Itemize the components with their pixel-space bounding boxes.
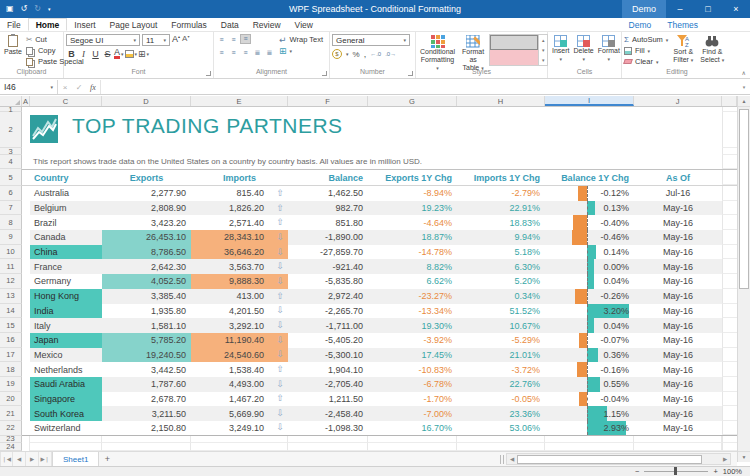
insert-function-icon[interactable]: fx xyxy=(86,80,100,94)
cell-balance-1y-chg[interactable]: -0.16% xyxy=(545,362,634,377)
cell-imports-1y-chg[interactable]: 5.20% xyxy=(457,274,545,289)
cell-empty[interactable] xyxy=(30,443,102,451)
tab-page-layout[interactable]: Page Layout xyxy=(103,18,165,31)
cell-empty[interactable] xyxy=(102,436,191,443)
align-bottom-button[interactable]: ≡ xyxy=(240,34,251,44)
undo-icon[interactable]: ↺ xyxy=(21,0,28,18)
cell-balance[interactable]: -1,711.00 xyxy=(288,318,368,333)
cell-balance-1y-chg[interactable]: 2.93% xyxy=(545,421,634,435)
column-title-balance-1y-chg[interactable]: Balance 1Y Chg xyxy=(545,170,634,185)
grow-font-button[interactable]: A▴ xyxy=(172,34,180,46)
decrease-indent-button[interactable]: ≣ xyxy=(252,47,263,57)
cell-imports[interactable]: 2,571.40⇧ xyxy=(191,215,288,230)
align-center-button[interactable]: ≡ xyxy=(228,47,239,57)
cell-country[interactable]: India xyxy=(30,304,102,319)
cell-k[interactable] xyxy=(722,443,737,451)
increase-indent-button[interactable]: ≣ xyxy=(264,47,275,57)
scroll-right-icon[interactable]: ▶ xyxy=(720,456,730,462)
cell-balance-1y-chg[interactable]: 3.20% xyxy=(545,304,634,319)
column-header-A[interactable]: A xyxy=(22,96,30,106)
cell-exports[interactable]: 19,240.50 xyxy=(102,348,191,363)
comma-style-button[interactable]: , xyxy=(364,49,367,59)
italic-button[interactable]: I xyxy=(78,49,89,59)
bold-button[interactable]: B xyxy=(66,49,77,59)
cell-imports[interactable]: 11,190.40⇩ xyxy=(191,333,288,348)
cell-imports-1y-chg[interactable]: -2.79% xyxy=(457,186,545,201)
row-header-4[interactable]: 4 xyxy=(0,155,22,169)
cell-empty[interactable] xyxy=(634,443,722,451)
column-title-as-of[interactable]: As Of xyxy=(634,170,722,185)
cell-exports[interactable]: 8,786.50 xyxy=(102,245,191,260)
enter-formula-icon[interactable]: ✓ xyxy=(72,80,86,94)
zoom-in-button[interactable]: + xyxy=(713,467,717,476)
cell-imports-1y-chg[interactable]: 5.18% xyxy=(457,245,545,260)
cell-imports-1y-chg[interactable]: 51.52% xyxy=(457,304,545,319)
cell-as-of[interactable]: May-16 xyxy=(634,259,722,274)
column-title-imports-1y-chg[interactable]: Imports 1Y Chg xyxy=(457,170,545,185)
cell-exports-1y-chg[interactable]: -3.92% xyxy=(368,333,457,348)
cell-exports[interactable]: 3,385.40 xyxy=(102,289,191,304)
cell-country[interactable]: France xyxy=(30,259,102,274)
cell-balance[interactable]: -27,859.70 xyxy=(288,245,368,260)
cell-balance[interactable]: 982.70 xyxy=(288,201,368,216)
row-header-2[interactable]: 2 xyxy=(0,112,22,148)
cell-k[interactable] xyxy=(722,274,737,289)
close-button[interactable]: × xyxy=(722,0,750,18)
cell-as-of[interactable]: May-16 xyxy=(634,215,722,230)
cell-balance[interactable]: 2,972.40 xyxy=(288,289,368,304)
row-header-11[interactable]: 11 xyxy=(0,259,22,274)
cell-imports[interactable]: 815.40⇧ xyxy=(191,186,288,201)
cell-balance[interactable]: 1,211.50 xyxy=(288,392,368,407)
formula-input[interactable] xyxy=(100,80,738,94)
zoom-out-button[interactable]: − xyxy=(635,467,639,476)
cell-exports[interactable]: 2,808.90 xyxy=(102,201,191,216)
cell-k[interactable] xyxy=(722,148,737,155)
collapse-ribbon-icon[interactable]: ∧ xyxy=(742,69,746,76)
cell-imports-1y-chg[interactable]: 23.36% xyxy=(457,406,545,421)
link-themes[interactable]: Themes xyxy=(667,20,698,30)
cell-k[interactable] xyxy=(722,155,737,169)
cell-exports[interactable]: 3,423.20 xyxy=(102,215,191,230)
cell-country[interactable]: Mexico xyxy=(30,348,102,363)
cell-empty[interactable] xyxy=(368,436,457,443)
cell-balance[interactable]: -2,705.40 xyxy=(288,377,368,392)
cell-exports[interactable]: 2,150.80 xyxy=(102,421,191,435)
style-bad[interactable] xyxy=(490,50,538,65)
cell-balance[interactable]: 1,904.10 xyxy=(288,362,368,377)
font-color-button[interactable]: A xyxy=(114,48,120,59)
cell-imports[interactable]: 36,646.20⇩ xyxy=(191,245,288,260)
cell-country[interactable]: Canada xyxy=(30,230,102,245)
cell-imports-1y-chg[interactable]: 18.83% xyxy=(457,215,545,230)
cell-exports-1y-chg[interactable]: -6.78% xyxy=(368,377,457,392)
cell-k[interactable] xyxy=(722,318,737,333)
percent-style-button[interactable]: % xyxy=(353,50,360,59)
cell-exports-1y-chg[interactable]: -14.78% xyxy=(368,245,457,260)
number-format-select[interactable]: General▾ xyxy=(332,34,410,46)
column-header-I[interactable]: I xyxy=(545,96,634,106)
column-header-F[interactable]: F xyxy=(288,96,368,106)
cell-balance[interactable]: -2,265.70 xyxy=(288,304,368,319)
tab-data[interactable]: Data xyxy=(214,18,246,31)
cell-k[interactable] xyxy=(722,289,737,304)
cell-country[interactable]: China xyxy=(30,245,102,260)
row-header-15[interactable]: 15 xyxy=(0,318,22,333)
cell-exports-1y-chg[interactable]: -23.27% xyxy=(368,289,457,304)
cell-imports-1y-chg[interactable]: 6.30% xyxy=(457,259,545,274)
cell-balance-1y-chg[interactable]: 0.14% xyxy=(545,245,634,260)
sheet-tab-sheet1[interactable]: Sheet1 xyxy=(52,452,99,466)
cell-balance-1y-chg[interactable]: 0.00% xyxy=(545,259,634,274)
row-header-24[interactable]: 24 xyxy=(0,443,22,451)
cell-imports[interactable]: 4,201.50⇩ xyxy=(191,304,288,319)
tab-review[interactable]: Review xyxy=(246,18,288,31)
link-demo[interactable]: Demo xyxy=(629,20,652,30)
cell-country[interactable]: Hong Kong xyxy=(30,289,102,304)
cell-k[interactable] xyxy=(722,392,737,407)
cell-exports[interactable]: 26,453.10 xyxy=(102,230,191,245)
cell-balance-1y-chg[interactable]: 1.15% xyxy=(545,406,634,421)
cell-exports-1y-chg[interactable]: 19.23% xyxy=(368,201,457,216)
cell-exports-1y-chg[interactable]: -1.70% xyxy=(368,392,457,407)
cell-balance[interactable]: -921.40 xyxy=(288,259,368,274)
align-right-button[interactable]: ≡ xyxy=(240,47,251,57)
cell-k[interactable] xyxy=(722,421,737,435)
column-header-H[interactable]: H xyxy=(457,96,545,106)
